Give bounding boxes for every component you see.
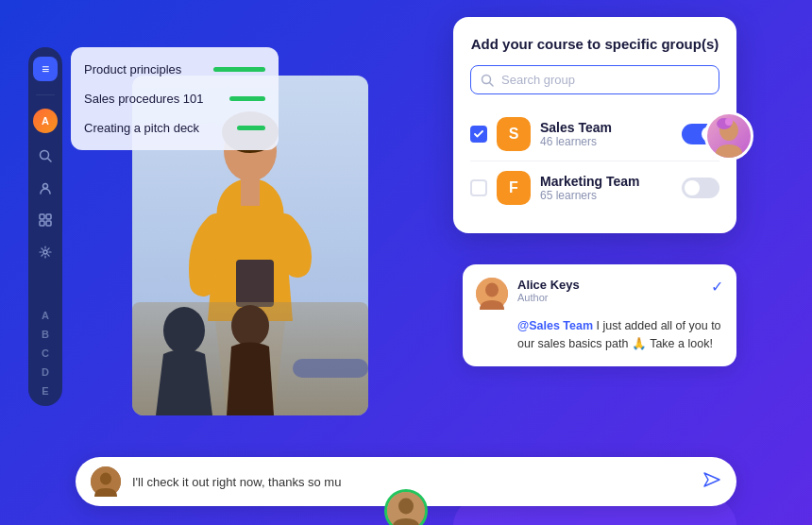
chat-panel: Alice Keys Author ✓ @Sales Team I just a… bbox=[463, 264, 736, 366]
svg-point-23 bbox=[100, 473, 111, 485]
marketing-team-avatar: F bbox=[497, 171, 531, 205]
marketing-team-learners: 65 learners bbox=[540, 189, 672, 202]
send-button[interactable] bbox=[702, 470, 721, 494]
course-bar-3 bbox=[237, 126, 265, 130]
group-item-sales[interactable]: S Sales Team 46 learners bbox=[470, 108, 719, 161]
svg-point-25 bbox=[398, 499, 414, 515]
svg-rect-5 bbox=[40, 221, 44, 226]
course-item-1[interactable]: Product principles bbox=[84, 62, 265, 76]
users-icon[interactable] bbox=[36, 178, 55, 197]
grid-icon[interactable] bbox=[36, 211, 55, 229]
sidebar-avatar[interactable]: A bbox=[33, 109, 58, 133]
svg-rect-4 bbox=[46, 214, 51, 219]
group-modal-title: Add your course to specific group(s) bbox=[470, 36, 719, 52]
search-input-placeholder: Search group bbox=[501, 73, 709, 87]
input-text[interactable]: I'll check it out right now, thanks so m… bbox=[132, 475, 691, 489]
svg-point-13 bbox=[231, 305, 269, 347]
chat-check-icon: ✓ bbox=[711, 278, 723, 296]
svg-point-12 bbox=[163, 307, 205, 354]
course-panel: Product principles Sales procedures 101 … bbox=[71, 47, 279, 150]
bottom-user-avatar bbox=[384, 489, 428, 525]
svg-rect-3 bbox=[40, 214, 44, 219]
input-user-avatar bbox=[91, 466, 121, 497]
course-bar-1 bbox=[213, 67, 265, 72]
svg-rect-6 bbox=[46, 221, 51, 226]
sidebar-letter-a[interactable]: A bbox=[42, 310, 49, 321]
marketing-checkbox[interactable] bbox=[470, 179, 487, 196]
search-icon[interactable] bbox=[36, 146, 55, 165]
sidebar-letter-c[interactable]: C bbox=[42, 347, 49, 359]
chat-author-avatar bbox=[476, 278, 508, 310]
chat-mention: @Sales Team bbox=[517, 319, 593, 332]
sidebar-logo[interactable]: ≡ bbox=[33, 57, 58, 81]
svg-rect-10 bbox=[241, 178, 260, 206]
sidebar: ≡ A A B C D E bbox=[28, 47, 62, 406]
chat-author-name: Alice Keys bbox=[517, 278, 580, 292]
svg-line-16 bbox=[490, 82, 494, 86]
course-item-2[interactable]: Sales procedures 101 bbox=[84, 92, 265, 106]
sidebar-bottom: A B C D E bbox=[42, 310, 49, 397]
search-bar[interactable]: Search group bbox=[470, 65, 719, 94]
course-label-1: Product principles bbox=[84, 62, 181, 76]
svg-point-7 bbox=[43, 250, 47, 254]
gear-icon[interactable] bbox=[36, 243, 55, 262]
sidebar-letter-b[interactable]: B bbox=[42, 329, 49, 340]
course-label-2: Sales procedures 101 bbox=[84, 92, 203, 106]
search-icon bbox=[481, 74, 494, 87]
svg-point-21 bbox=[485, 283, 499, 297]
course-label-3: Creating a pitch deck bbox=[84, 121, 199, 135]
sidebar-divider bbox=[36, 94, 55, 95]
svg-point-19 bbox=[725, 118, 733, 126]
chat-author-role: Author bbox=[517, 292, 580, 303]
chat-message: @Sales Team I just added all of you to o… bbox=[476, 317, 723, 353]
marketing-team-toggle[interactable] bbox=[682, 178, 719, 198]
course-item-3[interactable]: Creating a pitch deck bbox=[84, 121, 265, 135]
sales-team-name: Sales Team bbox=[540, 120, 672, 135]
marketing-team-name: Marketing Team bbox=[540, 174, 672, 189]
floating-avatar bbox=[704, 111, 753, 161]
marketing-toggle-dot bbox=[685, 180, 700, 195]
svg-point-2 bbox=[43, 184, 48, 189]
sidebar-letter-e[interactable]: E bbox=[42, 385, 48, 397]
group-item-marketing[interactable]: F Marketing Team 65 learners bbox=[470, 161, 719, 214]
sales-checkbox[interactable] bbox=[470, 126, 487, 143]
svg-line-1 bbox=[48, 159, 52, 162]
svg-rect-11 bbox=[236, 260, 274, 307]
sales-team-info: Sales Team 46 learners bbox=[540, 120, 672, 148]
chat-author-info: Alice Keys Author bbox=[517, 278, 580, 303]
group-modal: Add your course to specific group(s) Sea… bbox=[453, 17, 736, 233]
sales-team-avatar: S bbox=[497, 117, 531, 151]
chat-header: Alice Keys Author ✓ bbox=[476, 278, 723, 310]
sales-team-learners: 46 learners bbox=[540, 135, 672, 148]
course-bar-2 bbox=[229, 96, 265, 101]
svg-rect-14 bbox=[293, 359, 368, 378]
sidebar-letter-d[interactable]: D bbox=[42, 366, 49, 378]
marketing-team-info: Marketing Team 65 learners bbox=[540, 174, 672, 202]
